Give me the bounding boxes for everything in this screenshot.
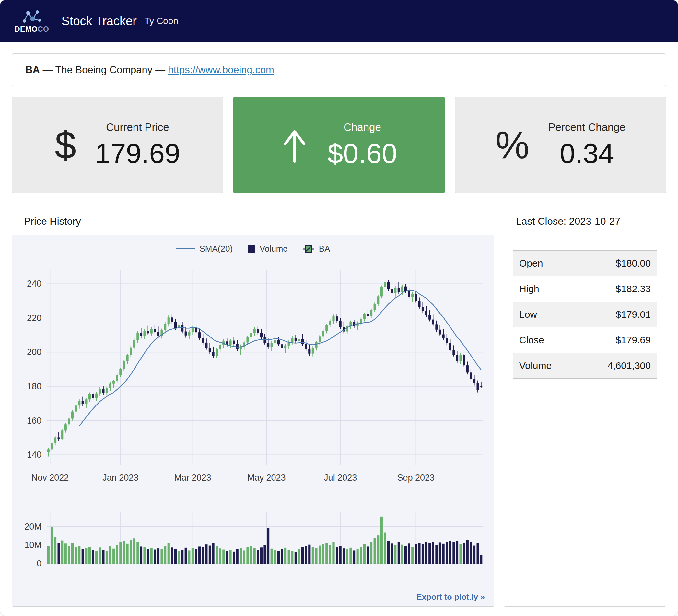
- row-label: Open: [513, 251, 577, 276]
- candle-body: [360, 319, 362, 323]
- volume-bar: [233, 551, 235, 564]
- candle-body: [435, 324, 438, 329]
- volume-bar: [298, 549, 300, 564]
- legend-item-ba[interactable]: BA: [303, 244, 330, 254]
- candle-body: [202, 338, 204, 343]
- volume-bar: [339, 546, 342, 564]
- candle-body: [459, 355, 462, 362]
- candle-body: [257, 329, 259, 333]
- volume-bar: [65, 543, 67, 564]
- volume-bar: [267, 528, 269, 564]
- candle-body: [164, 324, 166, 330]
- candle-body: [480, 386, 482, 387]
- app-window: DEMOCO Stock Tracker Ty Coon BA — The Bo…: [0, 0, 678, 616]
- candle-body: [154, 329, 156, 332]
- candle-body: [271, 343, 273, 347]
- candle-body: [229, 341, 231, 345]
- volume-bar: [477, 543, 479, 564]
- svg-text:Sep 2023: Sep 2023: [397, 473, 435, 483]
- volume-bar: [254, 548, 256, 564]
- volume-bar: [112, 549, 115, 564]
- dollar-icon: $: [55, 123, 76, 167]
- last-close-panel: Last Close: 2023-10-27 Open $180.00 High…: [504, 208, 666, 607]
- change-value: $0.60: [327, 137, 397, 169]
- sma-line-path: [79, 290, 481, 426]
- sma-line-swatch: [176, 248, 195, 249]
- volume-bar: [318, 546, 321, 564]
- candle-body: [408, 291, 410, 297]
- candle-body: [315, 342, 317, 347]
- candle-body: [78, 401, 80, 406]
- page-subtitle: Ty Coon: [145, 16, 178, 26]
- candle-body: [380, 287, 383, 297]
- candlesticks[interactable]: [47, 280, 483, 457]
- company-website-link[interactable]: https://www.boeing.com: [168, 64, 274, 76]
- democo-logo: DEMOCO: [14, 9, 49, 34]
- volume-bar: [374, 538, 376, 564]
- candle-body: [188, 332, 190, 335]
- candle-body: [102, 389, 104, 393]
- row-label: Low: [513, 302, 577, 327]
- row-value: 4,601,300: [577, 353, 657, 379]
- volume-bar: [164, 546, 166, 564]
- legend-item-volume[interactable]: Volume: [248, 244, 288, 254]
- candle-body: [422, 307, 424, 311]
- volume-bar: [75, 547, 77, 564]
- legend-item-sma[interactable]: SMA(20): [176, 244, 233, 254]
- svg-text:Mar 2023: Mar 2023: [174, 473, 211, 483]
- volume-bar: [387, 541, 389, 564]
- chart-gridlines: [47, 270, 483, 564]
- volume-bar: [394, 545, 397, 564]
- candle-body: [387, 282, 389, 289]
- volume-bar: [398, 542, 400, 564]
- candle-body: [442, 335, 445, 338]
- candle-body: [140, 333, 142, 336]
- candle-body: [469, 372, 472, 379]
- volume-bar: [288, 550, 290, 564]
- app-header: DEMOCO Stock Tracker Ty Coon: [0, 0, 678, 42]
- volume-bar: [312, 547, 314, 564]
- volume-bar: [192, 548, 194, 564]
- candle-body: [233, 341, 235, 344]
- volume-bar: [58, 543, 60, 564]
- candle-body: [185, 332, 187, 335]
- volume-bar: [143, 547, 146, 564]
- candle-body: [332, 317, 335, 321]
- candle-body: [377, 296, 379, 304]
- svg-text:240: 240: [27, 279, 41, 289]
- candle-body: [446, 338, 448, 343]
- candle-body: [401, 287, 403, 292]
- volume-bar: [315, 548, 317, 564]
- volume-bar: [226, 551, 228, 564]
- volume-bar: [68, 546, 70, 564]
- volume-bar: [195, 549, 197, 564]
- candle-body: [466, 365, 468, 372]
- volume-bar: [432, 542, 434, 564]
- volume-bar: [150, 548, 153, 564]
- volume-bars[interactable]: [47, 517, 483, 564]
- volume-bar: [160, 549, 163, 564]
- svg-text:Jul 2023: Jul 2023: [324, 473, 357, 483]
- candle-body: [216, 350, 218, 356]
- candle-body: [298, 339, 300, 341]
- separator: —: [155, 64, 165, 76]
- price-history-chart[interactable]: 140160180200220240Nov 2022Jan 2023Mar 20…: [12, 255, 494, 583]
- volume-bar: [188, 550, 190, 564]
- candle-body: [116, 375, 118, 381]
- volume-bar: [274, 549, 276, 564]
- volume-bar: [198, 546, 201, 564]
- volume-bar: [449, 540, 451, 564]
- candle-body: [171, 317, 173, 322]
- export-plotly-link[interactable]: Export to plot.ly »: [416, 592, 485, 602]
- candle-body: [137, 333, 139, 340]
- candle-body: [47, 449, 49, 452]
- svg-text:Nov 2022: Nov 2022: [31, 473, 69, 483]
- volume-bar: [61, 540, 63, 564]
- candle-body: [463, 355, 465, 365]
- candle-body: [58, 437, 60, 439]
- separator: —: [42, 64, 52, 76]
- candle-body: [432, 320, 434, 325]
- page-title: Stock Tracker: [62, 14, 137, 28]
- price-history-panel: Price History SMA(20) Volume: [12, 208, 494, 607]
- volume-bar: [123, 541, 125, 564]
